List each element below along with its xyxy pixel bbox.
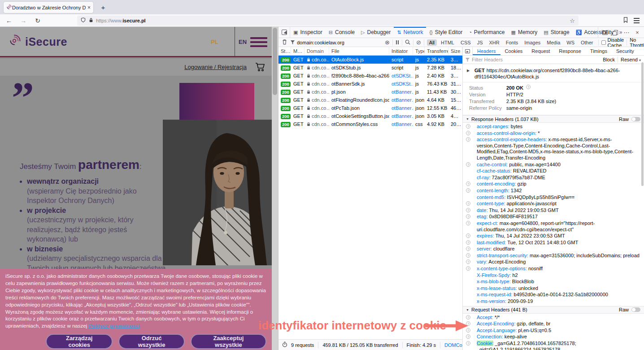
help-icon[interactable]: ? [466, 259, 470, 264]
column-header-domain[interactable]: Domain [305, 47, 329, 55]
header-row[interactable]: ?expires: Thu, 14 Jul 2022 23:00:53 GMT [463, 233, 644, 240]
table-row[interactable]: 200GETcdn.co…pl.jsonotBanner…js11.43 KB3… [278, 88, 462, 96]
clear-requests-icon[interactable] [282, 39, 287, 46]
request-headers-section[interactable]: ▼ Request Headers (441 B) Raw [463, 306, 644, 314]
header-row[interactable]: cf-cache-status: REVALIDATED [463, 168, 644, 175]
initiator-cell[interactable]: otSDKSt… [389, 80, 413, 88]
initiator-cell[interactable]: otBanner… [389, 96, 413, 104]
tracking-shield-icon[interactable] [81, 17, 86, 25]
type-filter-ws[interactable]: WS [564, 39, 577, 46]
help-icon[interactable]: ? [466, 240, 470, 245]
header-row[interactable]: x-ms-version: 2009-09-19 [463, 298, 644, 305]
back-button[interactable]: ← [4, 17, 13, 25]
column-header-initiator[interactable]: Initiator [389, 47, 413, 55]
pick-element-button[interactable] [278, 27, 290, 38]
header-row[interactable]: ?cache-control: public, max-age=14400 [463, 162, 644, 169]
help-icon[interactable]: ? [466, 341, 470, 346]
expand-panel-button[interactable]: ▶ [463, 47, 473, 55]
header-row[interactable]: X-Firefox-Spdy: h2 [463, 272, 644, 279]
help-icon[interactable]: ? [466, 233, 470, 238]
devtools-tab-performance[interactable]: ◔Performance [466, 27, 508, 38]
disable-cache-checkbox[interactable] [601, 40, 606, 45]
forward-button[interactable]: → [19, 17, 28, 25]
header-row[interactable]: ?access-control-allow-origin: * [463, 130, 644, 137]
header-row[interactable]: x-ms-lease-status: unlocked [463, 285, 644, 292]
header-row[interactable]: ?expect-ct: max-age=604800, report-uri="… [463, 220, 644, 233]
devtools-tab-debugger[interactable]: ▷Debugger [358, 27, 394, 38]
site-logo[interactable]: iSecure [7, 34, 67, 50]
header-row[interactable]: ?Cookie: _ga=GA1.2.704861004.1657825178;… [463, 341, 644, 350]
column-header-m[interactable]: M… [291, 47, 305, 55]
column-header-type[interactable]: Type [413, 47, 425, 55]
headers-scroll-area[interactable]: ▶ GEThttps://cdn.cookielaw.org/consent/f… [463, 65, 644, 350]
tab-close-icon[interactable]: × [87, 4, 91, 11]
initiator-cell[interactable]: otBanner… [389, 120, 413, 128]
header-row[interactable]: cf-ray: 72ac80f79f5a7b87-DME [463, 175, 644, 181]
table-row[interactable]: 200GETcdn.co…OtAutoBlock.jsscriptjs2.35 … [278, 56, 462, 64]
column-header-transferred[interactable]: Transferred [425, 47, 448, 55]
clear-filter-icon[interactable]: ⊗ [385, 39, 390, 46]
block-requests-icon[interactable]: ⊘ [416, 39, 421, 46]
save-page-icon[interactable] [623, 17, 628, 25]
header-row[interactable]: ?content-length: 1342 [463, 188, 644, 194]
browser-menu-icon[interactable] [634, 18, 640, 23]
help-icon[interactable]: ? [466, 188, 470, 193]
header-row[interactable]: ?last-modified: Tue, 12 Oct 2021 14:48:1… [463, 240, 644, 246]
devtools-tab-style-editor[interactable]: {}Style Editor [426, 27, 466, 38]
page-scrollbar-thumb[interactable] [273, 28, 277, 95]
details-tab-cookies[interactable]: Cookies [500, 47, 527, 55]
cookie-button-zarz-dzaj-cookies[interactable]: Zarządzaj cookies [46, 334, 113, 349]
details-tab-security[interactable]: Security [612, 47, 639, 55]
header-row[interactable]: ?date: Thu, 14 Jul 2022 19:00:53 GMT [463, 207, 644, 214]
help-icon[interactable]: ? [466, 266, 470, 271]
header-row[interactable]: ?content-type: application/x-javascript [463, 201, 644, 207]
page-scrollbar[interactable] [272, 27, 278, 350]
browser-tab[interactable]: Doradztwo w Zakresie Ochrony Dany × [4, 2, 93, 13]
header-row[interactable]: ?server: cloudflare [463, 246, 644, 253]
help-icon[interactable]: ? [466, 131, 470, 135]
header-row[interactable]: x-ms-request-id: b4952d0e-a01e-0014-2132… [463, 292, 644, 298]
header-row[interactable]: ?accept-ranges: bytes [463, 124, 644, 130]
bookmark-star-icon[interactable]: ☆ [570, 17, 575, 24]
header-row[interactable]: ?Accept-Language: pl,en-US;q=0.5 [463, 328, 644, 334]
help-icon[interactable]: ? [466, 181, 470, 186]
dock-side-button[interactable] [600, 28, 610, 37]
url-filter-input[interactable]: domain:cookielaw.org [291, 40, 385, 45]
header-row[interactable]: ?etag: 0x8D98D8F4F819517 [463, 214, 644, 220]
raw-toggle[interactable] [631, 117, 640, 121]
lang-en-button[interactable]: EN [239, 39, 247, 45]
help-icon[interactable]: ? [466, 214, 470, 219]
search-icon[interactable] [405, 39, 410, 46]
site-menu-icon[interactable] [250, 37, 267, 49]
help-icon[interactable]: ? [466, 124, 470, 129]
header-row[interactable]: ?content-encoding: gzip [463, 181, 644, 188]
initiator-cell[interactable]: otBanner… [389, 88, 413, 96]
devtools-tab-memory[interactable]: ▦Memory [508, 27, 541, 38]
header-row[interactable]: ?vary: Accept-Encoding [463, 259, 644, 266]
block-url-button[interactable]: Block [603, 57, 615, 62]
privacy-policy-link[interactable]: Polityce prywatności [88, 323, 139, 328]
cookie-button-zaakceptuj-wszystkie[interactable]: Zaakceptuj wszystkie [191, 334, 266, 349]
lock-icon[interactable] [89, 17, 93, 25]
help-icon[interactable]: ? [526, 85, 531, 89]
help-icon[interactable]: ? [466, 162, 470, 167]
table-row[interactable]: 200GETcdn.co…otBannerSdk.jsotSDKSt…js76.… [278, 80, 462, 88]
cookie-button-odrzu-wszystkie[interactable]: Odrzuć wszystkie [118, 334, 184, 349]
devtools-tab-inspector[interactable]: ▣Inspector [290, 27, 326, 38]
column-header-st[interactable]: St… [278, 47, 291, 55]
devtools-menu-icon[interactable]: ⋯ [622, 28, 631, 37]
initiator-cell[interactable]: otBanner… [389, 104, 413, 112]
resend-button[interactable]: Resend▾ [621, 57, 641, 62]
help-icon[interactable]: ? [466, 208, 470, 212]
raw-toggle[interactable] [631, 307, 640, 312]
pause-traffic-icon[interactable] [396, 40, 399, 45]
initiator-cell[interactable]: otBanner… [389, 112, 413, 120]
header-row[interactable]: ?access-control-expose-headers: x-ms-req… [463, 137, 644, 161]
responsive-mode-button[interactable] [611, 28, 621, 37]
devtools-tab-console[interactable]: ⊟Console [326, 27, 358, 38]
header-row[interactable]: ?strict-transport-security: max-age=3153… [463, 253, 644, 259]
login-register-link[interactable]: Logowanie / Rejestracja [184, 64, 247, 70]
request-url-line[interactable]: ▶ GEThttps://cdn.cookielaw.org/consent/f… [463, 65, 644, 82]
table-row[interactable]: 200GETcdn.co…otCookieSettingsButton.json… [278, 112, 462, 120]
help-icon[interactable]: ? [466, 253, 470, 258]
